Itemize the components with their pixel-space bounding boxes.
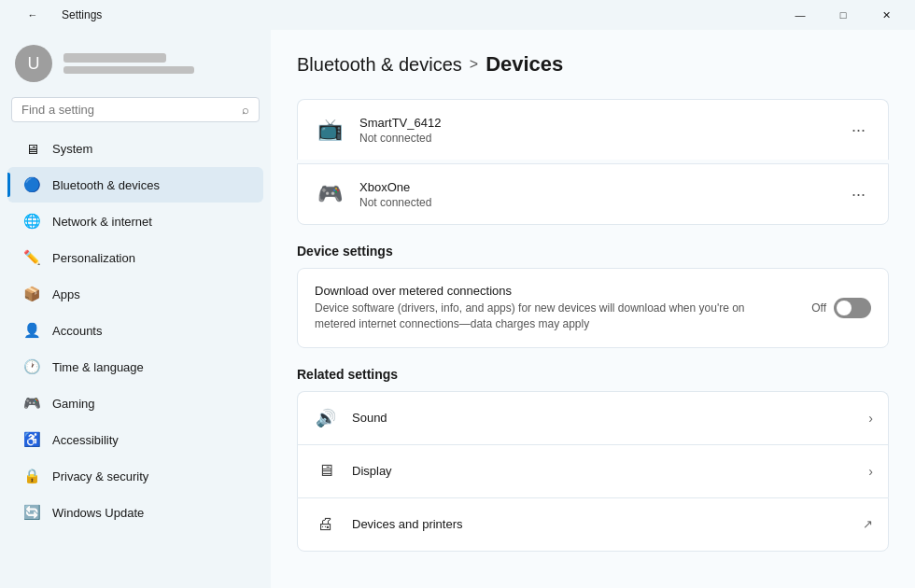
sidebar-item-apps[interactable]: 📦 Apps [7, 276, 263, 312]
sidebar-item-privacy[interactable]: 🔒 Privacy & security [7, 458, 263, 494]
nav-icon-accessibility: ♿ [22, 430, 41, 449]
sidebar-item-accounts[interactable]: 👤 Accounts [7, 313, 263, 348]
related-icon-sound: 🔊 [313, 405, 339, 431]
nav-icon-bluetooth: 🔵 [22, 175, 41, 194]
nav-label-system: System [52, 142, 92, 156]
minimize-button[interactable]: — [779, 0, 822, 30]
device-more-xboxone[interactable]: ··· [844, 181, 873, 208]
sidebar: U ⌕ 🖥 System 🔵 Bluetooth & devices 🌐 Net… [0, 30, 271, 588]
nav-icon-apps: 📦 [22, 285, 41, 303]
nav-label-update: Windows Update [52, 506, 144, 520]
titlebar-title: Settings [62, 8, 102, 21]
nav-icon-gaming: 🎮 [22, 394, 41, 413]
toggle-knob [837, 301, 852, 315]
metered-toggle[interactable] [834, 298, 871, 318]
nav-label-accessibility: Accessibility [52, 433, 119, 447]
sidebar-item-network[interactable]: 🌐 Network & internet [7, 203, 263, 239]
nav-icon-network: 🌐 [22, 212, 41, 231]
user-email [63, 66, 194, 74]
device-card-xboxone: 🎮 XboxOne Not connected ··· [297, 163, 889, 225]
app-body: U ⌕ 🖥 System 🔵 Bluetooth & devices 🌐 Net… [0, 30, 915, 588]
nav-label-privacy: Privacy & security [52, 469, 148, 483]
related-label-sound: Sound [352, 411, 855, 425]
close-button[interactable]: ✕ [865, 0, 908, 30]
nav-label-apps: Apps [52, 287, 80, 301]
sidebar-item-personalization[interactable]: ✏️ Personalization [7, 240, 263, 275]
nav-label-personalization: Personalization [52, 251, 135, 265]
device-name-xboxone: XboxOne [359, 180, 844, 194]
metered-connection-desc: Device software (drivers, info, and apps… [315, 301, 763, 332]
device-icon-xboxone: 🎮 [313, 177, 346, 211]
chevron-icon-sound: › [868, 411, 873, 426]
related-settings-list: 🔊 Sound › 🖥 Display › 🖨 Devices and prin… [297, 391, 889, 552]
nav-label-gaming: Gaming [52, 397, 95, 411]
sidebar-item-accessibility[interactable]: ♿ Accessibility [7, 422, 263, 457]
related-settings-heading: Related settings [297, 367, 889, 382]
sidebar-user: U [0, 30, 271, 93]
related-label-devices-printers: Devices and printers [352, 517, 850, 531]
related-item-devices-printers[interactable]: 🖨 Devices and printers ↗ [297, 497, 889, 552]
search-input[interactable] [21, 103, 236, 117]
avatar: U [15, 45, 52, 82]
device-status-smarttv: Not connected [359, 132, 844, 145]
breadcrumb-chevron: > [470, 56, 478, 73]
related-item-display[interactable]: 🖥 Display › [297, 444, 889, 497]
titlebar-controls: — □ ✕ [779, 0, 908, 30]
metered-connection-title: Download over metered connections [315, 284, 793, 298]
nav-label-bluetooth: Bluetooth & devices [52, 178, 160, 192]
external-icon-devices-printers: ↗ [863, 517, 873, 531]
metered-toggle-label: Off [811, 301, 826, 315]
device-name-smarttv: SmartTV_6412 [359, 116, 844, 130]
device-card-smarttv: 📺 SmartTV_6412 Not connected ··· [297, 99, 889, 160]
related-icon-devices-printers: 🖨 [313, 511, 339, 538]
device-icon-smarttv: 📺 [313, 113, 346, 147]
nav-icon-system: 🖥 [22, 139, 41, 158]
sidebar-item-system[interactable]: 🖥 System [7, 131, 263, 166]
nav-icon-time: 🕐 [22, 357, 41, 376]
maximize-button[interactable]: □ [822, 0, 865, 30]
titlebar: ← Settings — □ ✕ [0, 0, 915, 30]
related-label-display: Display [352, 464, 855, 478]
sidebar-item-time[interactable]: 🕐 Time & language [7, 349, 263, 385]
nav-icon-update: 🔄 [22, 503, 41, 522]
nav-icon-personalization: ✏️ [22, 248, 41, 267]
device-settings-heading: Device settings [297, 244, 889, 259]
metered-connection-card: Download over metered connections Device… [297, 268, 889, 348]
nav-icon-privacy: 🔒 [22, 467, 41, 485]
breadcrumb-parent[interactable]: Bluetooth & devices [297, 54, 462, 76]
breadcrumb: Bluetooth & devices > Devices [297, 52, 889, 77]
sidebar-item-bluetooth[interactable]: 🔵 Bluetooth & devices [7, 167, 263, 203]
nav-label-accounts: Accounts [52, 324, 102, 338]
device-status-xboxone: Not connected [359, 196, 844, 209]
chevron-icon-display: › [868, 464, 873, 479]
titlebar-left: ← Settings [11, 0, 102, 30]
nav-label-time: Time & language [52, 360, 144, 374]
content-area: Bluetooth & devices > Devices 📺 SmartTV_… [271, 30, 915, 588]
sidebar-nav: 🖥 System 🔵 Bluetooth & devices 🌐 Network… [0, 130, 271, 531]
related-item-sound[interactable]: 🔊 Sound › [297, 391, 889, 444]
devices-list: 📺 SmartTV_6412 Not connected ··· 🎮 XboxO… [297, 99, 889, 225]
device-more-smarttv[interactable]: ··· [844, 117, 873, 144]
back-button[interactable]: ← [11, 0, 54, 30]
related-icon-display: 🖥 [313, 458, 339, 484]
user-name [63, 53, 166, 63]
search-icon: ⌕ [242, 103, 249, 117]
page-title: Devices [486, 52, 563, 77]
sidebar-item-update[interactable]: 🔄 Windows Update [7, 495, 263, 530]
nav-label-network: Network & internet [52, 215, 152, 229]
user-info [63, 53, 194, 74]
nav-icon-accounts: 👤 [22, 321, 41, 340]
search-box[interactable]: ⌕ [11, 97, 260, 122]
sidebar-item-gaming[interactable]: 🎮 Gaming [7, 385, 263, 421]
